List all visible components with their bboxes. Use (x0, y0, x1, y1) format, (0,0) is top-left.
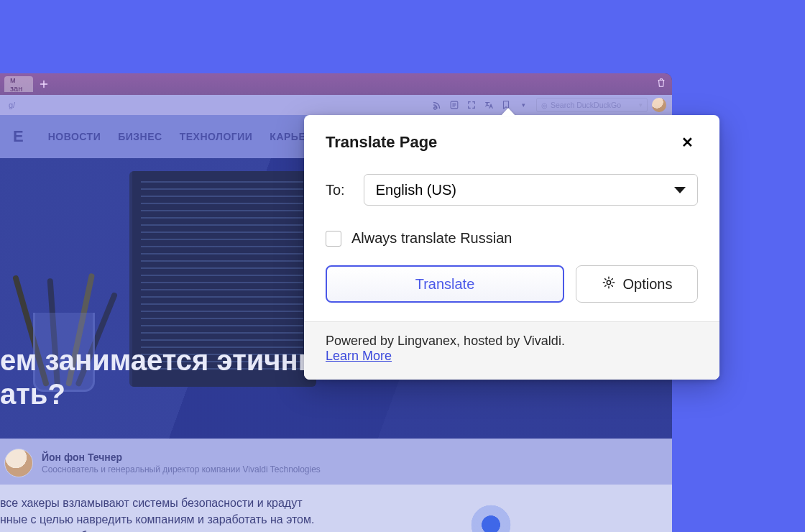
close-button[interactable]: ✕ (677, 132, 698, 152)
hero-title-line: ать? (0, 377, 340, 411)
article-line: все хакеры взламывают системы безопаснос… (0, 495, 665, 511)
selected-language: English (US) (376, 182, 456, 198)
translate-icon[interactable] (483, 99, 494, 111)
translate-button-label: Translate (415, 276, 475, 293)
target-language-select[interactable]: English (US) (364, 174, 698, 206)
active-tab[interactable]: м зан (4, 76, 33, 92)
search-field[interactable]: ◎ Search DuckDuckGo ▾ (536, 98, 648, 112)
tab-strip: м зан (0, 73, 672, 95)
options-button[interactable]: Options (576, 265, 698, 303)
article-line: еди них есть и белые, или этичные хакеры… (0, 528, 665, 532)
close-icon: ✕ (681, 134, 694, 150)
always-translate-label: Always translate Russian (351, 230, 512, 247)
nav-item[interactable]: БИЗНЕС (118, 131, 162, 142)
address-bar: g/ ▾ ◎ Search DuckDuckGo ▾ (0, 95, 672, 115)
reader-mode-icon[interactable] (448, 99, 460, 111)
hero-title-line: ем занимается этичный (0, 344, 340, 377)
closed-tabs-trash-icon[interactable] (656, 78, 666, 90)
svg-point-1 (607, 280, 610, 284)
author-avatar (4, 449, 33, 477)
author-row: Йон фон Течнер Сооснователь и генеральны… (0, 439, 672, 485)
translate-popup: Translate Page ✕ To: English (US) Always… (304, 115, 719, 380)
options-button-label: Options (623, 276, 673, 293)
chevron-down-icon[interactable]: ▾ (518, 99, 529, 111)
always-translate-checkbox[interactable] (326, 231, 341, 247)
learn-more-link[interactable]: Learn More (326, 349, 392, 363)
popup-title: Translate Page (326, 133, 437, 152)
search-placeholder: Search DuckDuckGo (551, 101, 636, 109)
translate-button[interactable]: Translate (326, 265, 564, 303)
to-label: To: (326, 182, 345, 198)
url-text: g/ (9, 101, 15, 109)
search-engine-icon: ◎ (541, 101, 548, 109)
popup-footer: Powered by Lingvanex, hosted by Vivaldi.… (304, 321, 719, 380)
profile-avatar[interactable] (652, 98, 666, 112)
new-tab-button[interactable] (37, 78, 50, 91)
rss-icon[interactable] (431, 99, 443, 111)
gear-icon (602, 275, 616, 293)
popup-arrow (500, 108, 516, 116)
search-engine-chevron-icon[interactable]: ▾ (639, 101, 643, 109)
address-bar-icons: ▾ (431, 99, 532, 111)
chevron-down-icon (674, 187, 686, 193)
nav-item[interactable]: ТЕХНОЛОГИИ (180, 131, 253, 142)
article-body: все хакеры взламывают системы безопаснос… (0, 485, 672, 532)
author-name: Йон фон Течнер (42, 451, 321, 463)
tab-title: м зан (10, 75, 27, 93)
author-tagline: Сооснователь и генеральный директор комп… (42, 464, 321, 474)
hero-title: ем занимается этичный ать? (0, 344, 340, 411)
expand-icon[interactable] (466, 99, 477, 111)
article-line: нные с целью навредить компаниям и зараб… (0, 511, 665, 528)
url-field[interactable]: g/ (6, 98, 427, 112)
footer-text: Powered by Lingvanex, hosted by Vivaldi. (326, 334, 565, 348)
nav-item[interactable]: НОВОСТИ (48, 131, 101, 142)
site-logo-fragment: E (13, 127, 24, 146)
